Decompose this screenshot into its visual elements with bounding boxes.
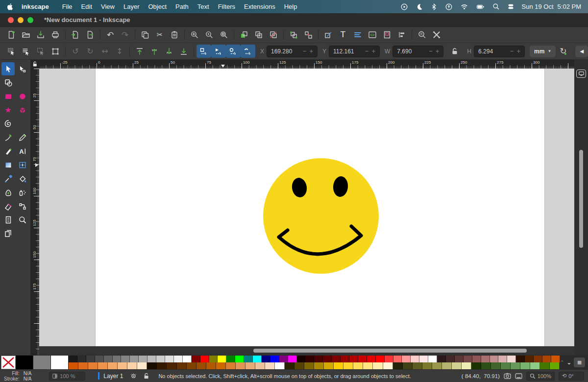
- swatch-e50000[interactable]: [367, 356, 376, 362]
- vertical-scrollbar[interactable]: [579, 150, 583, 248]
- apple-menu-icon[interactable]: [7, 3, 14, 11]
- zoom-page-button[interactable]: [217, 28, 231, 42]
- menu-item-layer[interactable]: Layer: [119, 3, 144, 10]
- copy-button[interactable]: [138, 28, 152, 42]
- shortcuts-icon[interactable]: [445, 3, 453, 11]
- swatch-ff6666[interactable]: [393, 356, 402, 362]
- swatch-660000[interactable]: [323, 356, 332, 362]
- swatch-990000[interactable]: [341, 356, 349, 362]
- calligraphy-tool[interactable]: [1, 144, 15, 158]
- move-pattern-button[interactable]: [196, 45, 211, 58]
- swatch-eeeeb4[interactable]: [462, 362, 471, 369]
- swatch-669959[interactable]: [511, 362, 520, 369]
- bluetooth-icon[interactable]: [431, 3, 438, 11]
- canvas[interactable]: [39, 69, 574, 355]
- fit-page-icon[interactable]: [515, 373, 522, 379]
- swatch-a9a9a9[interactable]: [139, 356, 147, 362]
- swatch-ffcc00[interactable]: [334, 362, 343, 369]
- menubar-clock[interactable]: Sun 19 Oct 5:02 PM: [522, 3, 581, 10]
- raise-button[interactable]: [147, 45, 162, 58]
- swatch-800080[interactable]: [279, 356, 288, 362]
- swatch-fbd3aa[interactable]: [127, 362, 137, 369]
- swatch-c18e8e[interactable]: [490, 356, 499, 362]
- swatch-ffcccc[interactable]: [411, 356, 419, 362]
- swatch-79b370[interactable]: [520, 362, 530, 369]
- menu-item-extensions[interactable]: Extensions: [240, 3, 280, 10]
- swatch-3d3d3d[interactable]: [86, 356, 95, 362]
- xml-editor-button[interactable]: <>: [365, 28, 380, 42]
- swatch-fff6d5[interactable]: [383, 362, 393, 369]
- swatch-552200[interactable]: [525, 356, 534, 362]
- star-tool[interactable]: ★: [1, 103, 15, 117]
- pages-tool[interactable]: [1, 227, 15, 240]
- swatch-b20000[interactable]: [349, 356, 358, 362]
- menu-item-object[interactable]: Object: [144, 3, 172, 10]
- swatch-2b2200[interactable]: [285, 362, 294, 369]
- swatch-5d3838[interactable]: [455, 356, 464, 362]
- pencil-tool[interactable]: [16, 131, 29, 144]
- swatch-808080[interactable]: [33, 356, 51, 369]
- rotate-cw-button[interactable]: ↻: [83, 45, 98, 58]
- swatch-ffffff[interactable]: [275, 362, 285, 369]
- close-window-button[interactable]: [8, 17, 14, 23]
- swatch-a86f6f[interactable]: [481, 356, 490, 362]
- ruler-lock-icon[interactable]: [30, 60, 39, 69]
- swatch-4f4f4f[interactable]: [95, 356, 104, 362]
- y-value-input[interactable]: 112.161−+: [329, 46, 380, 57]
- menu-item-file[interactable]: File: [58, 3, 77, 10]
- palette-scroll-down-icon[interactable]: ⌄: [567, 360, 571, 365]
- horizontal-ruler[interactable]: -250255075100125150175200225250275300: [39, 60, 574, 69]
- swatch-616161[interactable]: [104, 356, 113, 362]
- swatch-331a00[interactable]: [157, 362, 167, 369]
- menu-item-filters[interactable]: Filters: [214, 3, 240, 10]
- swatch-008080[interactable]: [244, 356, 253, 362]
- swatch-dd6a1a[interactable]: [78, 362, 88, 369]
- swatch-cdcdcd[interactable]: [156, 356, 165, 362]
- print-button[interactable]: [48, 28, 63, 42]
- battery-icon[interactable]: [476, 3, 485, 11]
- decrement-button[interactable]: −: [301, 48, 308, 55]
- menu-item-path[interactable]: Path: [171, 3, 193, 10]
- increment-button[interactable]: +: [515, 48, 522, 55]
- swatch-1a3300[interactable]: [471, 362, 481, 369]
- swatch-f4a96b[interactable]: [108, 362, 118, 369]
- swatch-330000[interactable]: [305, 356, 314, 362]
- increment-button[interactable]: +: [308, 48, 315, 55]
- swatch-2d5016[interactable]: [481, 362, 491, 369]
- swatch-8f5656[interactable]: [472, 356, 481, 362]
- swatch-aa8800[interactable]: [314, 362, 324, 369]
- move-gradient-button[interactable]: [211, 45, 226, 58]
- swatch-404016[interactable]: [403, 362, 413, 369]
- menu-item-help[interactable]: Help: [280, 3, 302, 10]
- flip-vertical-button[interactable]: ↕: [112, 45, 127, 58]
- swatch-4c0000[interactable]: [314, 356, 323, 362]
- swatch-ffe8cb[interactable]: [137, 362, 147, 369]
- swatch-ffffff[interactable]: [428, 356, 437, 362]
- swatch-ffe5e5[interactable]: [419, 356, 428, 362]
- x-value-input[interactable]: 169.280−+: [267, 46, 318, 57]
- swatch-e67f33[interactable]: [88, 362, 98, 369]
- swatch-f7dabe[interactable]: [265, 362, 275, 369]
- fill-stroke-dialog-button[interactable]: [321, 28, 336, 42]
- swatch-7f0000[interactable]: [332, 356, 341, 362]
- swatch-d45500[interactable]: [551, 356, 560, 362]
- w-value-input[interactable]: 7.690−+: [392, 46, 443, 57]
- raise-to-top-button[interactable]: [132, 45, 147, 58]
- smiley-face[interactable]: [263, 158, 379, 274]
- collapse-panel-button[interactable]: ◀: [575, 46, 588, 57]
- swatch-f1f1f1[interactable]: [174, 356, 183, 362]
- node-tool[interactable]: [16, 62, 29, 75]
- swatch-23230b[interactable]: [393, 362, 403, 369]
- increment-button[interactable]: +: [434, 48, 441, 55]
- shape-builder-tool[interactable]: [1, 76, 15, 89]
- gradient-tool[interactable]: [1, 158, 15, 171]
- display-adjustment-button[interactable]: [576, 70, 586, 78]
- menu-item-edit[interactable]: Edit: [77, 3, 97, 10]
- swatch-7f4000[interactable]: [187, 362, 196, 369]
- swatch-d4aa00[interactable]: [324, 362, 334, 369]
- align-distribute-button[interactable]: [394, 28, 409, 42]
- zoom-tool[interactable]: [16, 213, 29, 226]
- swatch-97974e[interactable]: [432, 362, 442, 369]
- swatch-daaeae[interactable]: [498, 356, 507, 362]
- zoom-field[interactable]: 100%: [526, 372, 555, 381]
